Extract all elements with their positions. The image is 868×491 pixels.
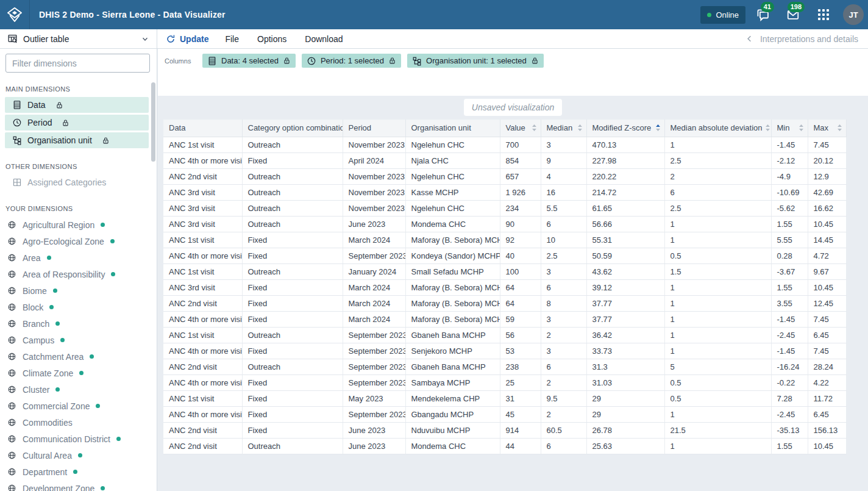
sidebar-item-development-zone[interactable]: Development Zone xyxy=(0,480,157,491)
table-cell: 4.22 xyxy=(808,375,846,390)
sidebar-scrollbar[interactable] xyxy=(151,82,155,162)
sidebar-item-cultural-area[interactable]: Cultural Area xyxy=(0,447,157,464)
table-cell: 31.3 xyxy=(586,359,664,375)
table-cell: 2 xyxy=(664,168,771,184)
table-cell: Senjekoro MCHP xyxy=(405,343,500,359)
menu-options[interactable]: Options xyxy=(248,29,296,48)
filter-dimensions-input[interactable] xyxy=(5,54,150,73)
update-button[interactable]: Update xyxy=(157,29,216,48)
avatar[interactable]: JT xyxy=(843,4,864,25)
menu-file[interactable]: File xyxy=(216,29,248,48)
table-cell: 90 xyxy=(500,216,541,232)
table-cell: Fixed xyxy=(242,422,343,438)
apps-menu-button[interactable] xyxy=(810,1,837,28)
table-cell: ANC 4th or more visits xyxy=(163,248,242,263)
sidebar-item-campus[interactable]: Campus xyxy=(0,332,157,348)
interpretations-toggle[interactable]: Interpretations and details xyxy=(735,29,868,48)
interpretations-label: Interpretations and details xyxy=(760,34,858,44)
column-header-modified-z-score[interactable]: Modified Z-score xyxy=(586,120,664,137)
column-header-max[interactable]: Max xyxy=(808,120,846,137)
sidebar-item-climate-zone[interactable]: Climate Zone xyxy=(0,365,157,381)
dimension-used-dot xyxy=(47,256,51,260)
column-label: Min xyxy=(777,123,790,132)
dimension-label: Cluster xyxy=(23,385,49,395)
data-icon xyxy=(12,100,22,110)
layout-chip-data[interactable]: Data: 4 selected xyxy=(202,54,296,68)
table-cell: 470.13 xyxy=(586,137,664,152)
table-cell: 2.5 xyxy=(664,200,771,216)
column-header-median[interactable]: Median xyxy=(541,120,586,137)
dimension-label: Organisation unit xyxy=(27,135,92,145)
sidebar-item-commercial-zone[interactable]: Commercial Zone xyxy=(0,398,157,414)
table-cell: Fixed xyxy=(242,375,343,390)
mail-button[interactable]: 198 xyxy=(780,1,806,28)
sidebar-item-organisation-unit[interactable]: Organisation unit xyxy=(5,132,149,148)
dimension-used-dot xyxy=(110,239,115,243)
column-header-min[interactable]: Min xyxy=(771,120,808,137)
sidebar-item-area-of-responsibility[interactable]: Area of Responsibility xyxy=(0,266,157,282)
table-cell: -5.62 xyxy=(771,200,808,216)
column-header-median-absolute-deviation[interactable]: Median absolute deviation xyxy=(664,120,771,137)
sidebar-item-commodities[interactable]: Commodities xyxy=(0,414,157,431)
visualization-type-selector[interactable]: Outlier table xyxy=(0,29,157,48)
interpretations-messages-button[interactable]: 41 xyxy=(749,1,776,28)
table-cell: 854 xyxy=(500,152,541,168)
column-label: Modified Z-score xyxy=(592,123,652,132)
sidebar-item-block[interactable]: Block xyxy=(0,299,157,315)
layout-chip-period[interactable]: Period: 1 selected xyxy=(302,54,401,68)
table-cell: 1 xyxy=(664,137,771,152)
sidebar-item-department[interactable]: Department xyxy=(0,464,157,480)
sidebar-item-agro-ecological-zone[interactable]: Agro-Ecological Zone xyxy=(0,233,157,249)
sidebar-item-data[interactable]: Data xyxy=(5,97,149,113)
table-cell: 12.45 xyxy=(808,295,846,311)
other-dimensions-heading: OTHER DIMENSIONS xyxy=(0,150,157,174)
sidebar-item-agricultural-region[interactable]: Agricultural Region xyxy=(0,217,157,233)
dimension-label: Commercial Zone xyxy=(23,401,90,411)
table-row: ANC 4th or more visitsFixedSeptember 202… xyxy=(163,248,846,263)
dimension-label: Catchment Area xyxy=(23,352,84,362)
column-label: Value xyxy=(506,123,525,132)
table-cell: Gbaneh Bana MCHP xyxy=(405,359,500,375)
table-row: ANC 3rd visitOutreachNovember 2023Ngeleh… xyxy=(163,200,846,216)
layout-bar: Columns Data: 4 selectedPeriod: 1 select… xyxy=(158,49,868,96)
table-cell: 0.5 xyxy=(664,390,771,406)
online-status[interactable]: Online xyxy=(700,6,745,24)
sidebar-item-assigned-categories[interactable]: Assigned Categories xyxy=(5,174,149,190)
sidebar-item-catchment-area[interactable]: Catchment Area xyxy=(0,348,157,365)
period-icon xyxy=(307,56,316,66)
dimension-label: Branch xyxy=(23,319,49,329)
table-cell: ANC 4th or more visits xyxy=(163,152,242,168)
column-label: Organisation unit xyxy=(411,123,471,132)
sidebar-item-communication-district[interactable]: Communication District xyxy=(0,431,157,447)
dhis2-logo[interactable] xyxy=(0,0,30,29)
table-cell: 6 xyxy=(664,184,771,200)
table-cell: 3 xyxy=(541,311,586,327)
sidebar-item-branch[interactable]: Branch xyxy=(0,315,157,332)
globe-icon xyxy=(7,484,16,491)
table-cell: 31 xyxy=(500,390,541,406)
menu-download[interactable]: Download xyxy=(296,29,352,48)
sidebar-item-biome[interactable]: Biome xyxy=(0,282,157,299)
table-cell: ANC 3rd visit xyxy=(163,184,242,200)
table-cell: -4.9 xyxy=(771,168,808,184)
table-cell: 1 xyxy=(664,279,771,295)
table-cell: 21.5 xyxy=(664,422,771,438)
table-cell: 61.65 xyxy=(586,200,664,216)
table-cell: Outreach xyxy=(242,184,343,200)
table-row: ANC 4th or more visitsFixedSeptember 202… xyxy=(163,375,846,390)
sidebar-item-area[interactable]: Area xyxy=(0,249,157,266)
sidebar-item-period[interactable]: Period xyxy=(5,115,149,131)
outlier-table-icon xyxy=(7,34,18,44)
period-icon xyxy=(12,118,22,127)
table-cell: May 2023 xyxy=(343,390,405,406)
table-cell: ANC 3rd visit xyxy=(163,279,242,295)
dimension-used-dot xyxy=(96,404,100,408)
column-header-value[interactable]: Value xyxy=(500,120,541,137)
table-cell: ANC 4th or more visits xyxy=(163,343,242,359)
table-cell: Gbangadu MCHP xyxy=(405,406,500,422)
globe-icon xyxy=(7,418,16,427)
visualization-type-label: Outlier table xyxy=(23,34,69,44)
table-cell: March 2024 xyxy=(343,295,405,311)
sidebar-item-cluster[interactable]: Cluster xyxy=(0,381,157,398)
layout-chip-organisation-unit[interactable]: Organisation unit: 1 selected xyxy=(407,54,544,68)
